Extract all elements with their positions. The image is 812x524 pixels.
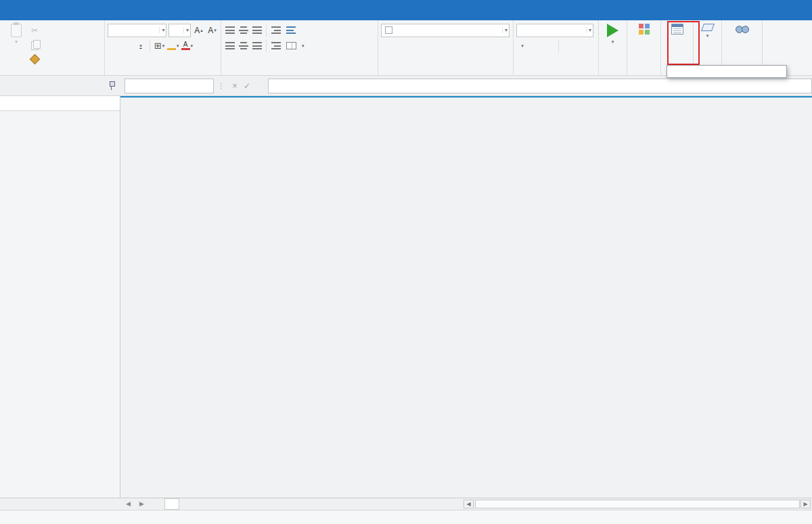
format-painter-icon (30, 53, 41, 64)
align-left-button[interactable] (224, 39, 235, 52)
increase-indent-button[interactable] (270, 39, 281, 52)
play-icon (607, 24, 618, 37)
cancel-entry-icon[interactable]: × (229, 81, 241, 91)
font-color-button[interactable]: A▾ (181, 39, 194, 52)
ribbon-group-number: ▾ ▾ (514, 20, 599, 75)
group-label-alignment (221, 66, 378, 75)
copy-icon (31, 40, 41, 50)
tooltip (667, 65, 787, 78)
formula-bar-splitter[interactable]: ⋮ (214, 82, 229, 89)
ribbon-group-debug: ▾ (599, 20, 627, 75)
cut-button[interactable]: ✂ (30, 24, 45, 37)
ribbon-tab-bar (0, 0, 812, 20)
number-format-select[interactable]: ▾ (516, 24, 593, 37)
name-box[interactable] (125, 79, 214, 93)
percent-button[interactable] (530, 39, 541, 52)
ribbon-group-alignment: ▾ (221, 20, 378, 75)
align-center-icon (239, 42, 248, 49)
align-top-icon (225, 26, 235, 34)
format-painter-button[interactable] (30, 53, 45, 65)
group-label-number (514, 66, 598, 75)
font-family-select[interactable]: ▾ (108, 24, 166, 37)
start-caret-icon: ▾ (612, 40, 614, 44)
dropdown-caret-icon: ▾ (586, 27, 591, 33)
ribbon-group-style (627, 20, 661, 75)
borders-icon: ⊞ (154, 41, 162, 51)
ribbon-group-celltype: ▾ (378, 20, 514, 75)
navigation-tree (0, 111, 120, 114)
celltype-icon (385, 26, 392, 34)
clear-caret-icon: ▾ (706, 34, 709, 38)
align-bottom-button[interactable] (251, 24, 263, 37)
align-right-icon (252, 42, 262, 49)
sheet-tab-page1[interactable] (164, 498, 179, 510)
pin-icon[interactable] (108, 81, 115, 91)
clear-button[interactable]: ▾ (696, 22, 719, 38)
align-center-button[interactable] (238, 39, 249, 52)
increase-decimal-button[interactable] (562, 39, 574, 52)
group-label-celltype (378, 66, 513, 75)
ribbon-group-font: ▾ ▾ A▴ A▾ ▾ ⊞▾ ▾ A▾ (105, 20, 221, 75)
increase-indent-icon (271, 42, 281, 49)
increase-font-button[interactable]: A▴ (193, 24, 204, 37)
hscroll-right-button[interactable]: ▶ (800, 500, 811, 508)
currency-button[interactable]: ▾ (516, 39, 528, 52)
find-replace-button[interactable] (725, 22, 759, 35)
sheet-tab-bar: ◀ ▶ ◀ ▶ (0, 498, 812, 510)
paste-button[interactable]: ▾ (3, 22, 30, 66)
paste-caret-icon: ▾ (15, 40, 18, 44)
italic-button[interactable] (121, 39, 133, 52)
decrease-decimal-button[interactable] (576, 39, 587, 52)
decrease-indent-button[interactable] (270, 24, 281, 37)
cut-icon: ✂ (31, 26, 38, 35)
start-debug-button[interactable]: ▾ (602, 22, 624, 44)
navigation-window-header (0, 76, 120, 96)
align-middle-icon (239, 26, 248, 34)
hscroll-left-button[interactable]: ◀ (464, 500, 474, 508)
listview-icon (671, 24, 683, 35)
sheet-next-button[interactable]: ▶ (139, 500, 144, 507)
worksheet-grid (120, 96, 812, 498)
formula-input[interactable] (268, 79, 812, 93)
celltype-select[interactable]: ▾ (381, 24, 510, 37)
comma-button[interactable] (543, 39, 555, 52)
ribbon-group-clipboard: ▾ ✂ (0, 20, 105, 75)
decrease-font-button[interactable]: A▾ (206, 24, 218, 37)
underline-button[interactable]: ▾ (135, 39, 146, 52)
set-listview-button[interactable] (664, 22, 690, 37)
dropdown-caret-icon: ▾ (183, 27, 189, 33)
decrease-indent-icon (271, 26, 281, 34)
font-size-select[interactable]: ▾ (168, 24, 191, 37)
conditional-format-icon (639, 24, 650, 35)
copy-button[interactable] (30, 39, 45, 51)
bold-button[interactable] (108, 39, 119, 52)
merge-cells-icon (286, 42, 296, 49)
font-color-icon: A (181, 41, 190, 50)
conditional-format-button[interactable] (630, 22, 658, 37)
sidebar-search-input[interactable] (0, 96, 120, 111)
paste-icon (11, 24, 22, 37)
fill-color-button[interactable]: ▾ (167, 39, 179, 52)
align-middle-button[interactable] (238, 24, 249, 37)
fill-color-icon (167, 41, 176, 50)
wrap-text-button[interactable] (285, 24, 300, 37)
hscroll-thumb[interactable] (475, 500, 800, 508)
align-bottom-icon (252, 26, 262, 34)
group-label-clipboard (0, 66, 104, 75)
dropdown-caret-icon: ▾ (502, 27, 508, 33)
eraser-icon (700, 24, 714, 31)
sheet-prev-button[interactable]: ◀ (126, 500, 131, 507)
status-bar (0, 510, 812, 524)
wrap-text-icon (286, 26, 296, 34)
group-label-debug (599, 66, 627, 75)
align-left-icon (225, 42, 235, 49)
borders-button[interactable]: ⊞▾ (154, 39, 165, 52)
formula-bar: ⋮ × ✓ (120, 76, 812, 96)
binoculars-icon (736, 24, 749, 33)
align-top-button[interactable] (224, 24, 235, 37)
confirm-entry-icon[interactable]: ✓ (241, 81, 253, 91)
align-right-button[interactable] (251, 39, 263, 52)
group-label-font (105, 66, 221, 75)
dropdown-caret-icon: ▾ (159, 27, 164, 33)
merge-cells-button[interactable]: ▾ (285, 40, 306, 52)
